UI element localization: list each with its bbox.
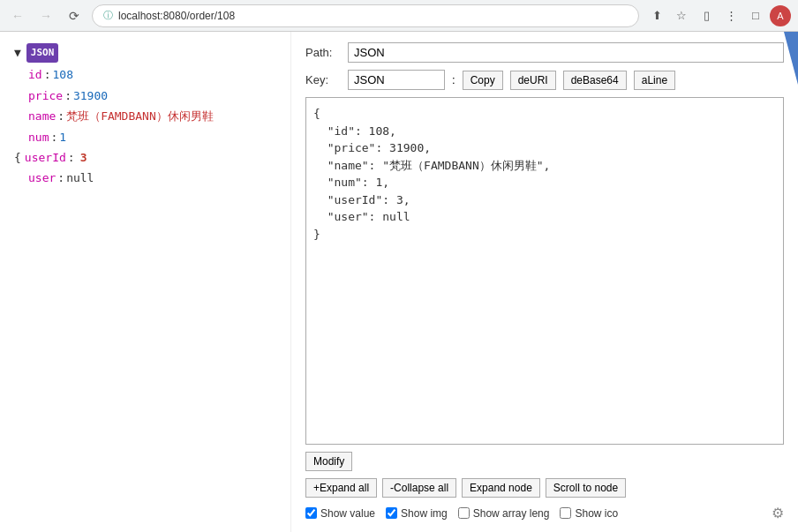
menu-icon[interactable]: ⋮ (720, 5, 742, 26)
path-label: Path: (305, 46, 341, 59)
deuri-button[interactable]: deURI (510, 71, 556, 90)
tree-value-userid: 3 (80, 147, 87, 168)
show-array-leng-label: Show array leng (473, 507, 550, 520)
path-input[interactable] (348, 42, 784, 63)
json-textarea[interactable] (305, 97, 784, 445)
tree-value-user: null (66, 168, 94, 188)
tree-row: price : 31900 (14, 86, 276, 106)
modify-button[interactable]: Modify (305, 452, 352, 471)
copy-button[interactable]: Copy (463, 71, 503, 90)
url-text: localhost:8080/order/108 (118, 10, 235, 22)
browser-chrome: ← → ⟳ ⓘ localhost:8080/order/108 ⬆ ☆ ▯ ⋮… (0, 0, 798, 32)
show-value-checkbox-item[interactable]: Show value (305, 507, 375, 520)
tree-value-id: 108 (52, 64, 72, 85)
expand-all-button[interactable]: +Expand all (305, 478, 377, 498)
bottom-controls: +Expand all -Collapse all Expand node Sc… (305, 478, 784, 521)
tree-root-toggle[interactable]: ▼ (14, 42, 21, 63)
tree-row: name : 梵班（FAMDBANN）休闲男鞋 (14, 106, 276, 126)
corner-decoration (784, 32, 798, 85)
show-ico-checkbox[interactable] (560, 507, 571, 519)
show-ico-label: Show ico (575, 507, 618, 520)
tree-row: id : 108 (14, 64, 276, 85)
tree-key-userid: userId (25, 147, 66, 168)
tree-key-user: user (28, 168, 56, 188)
show-ico-checkbox-item[interactable]: Show ico (560, 507, 618, 520)
modify-row: Modify (305, 452, 784, 471)
show-array-leng-checkbox[interactable] (458, 507, 470, 519)
tree-key-name: name (28, 106, 56, 126)
tree-value-name: 梵班（FAMDBANN）休闲男鞋 (66, 106, 214, 126)
bookmark-icon[interactable]: ☆ (671, 5, 692, 26)
tree-value-price: 31900 (73, 86, 108, 106)
address-bar[interactable]: ⓘ localhost:8080/order/108 (92, 4, 639, 27)
key-input[interactable] (348, 70, 445, 90)
browser-toolbar: ⬆ ☆ ▯ ⋮ □ A (646, 5, 791, 26)
tree-key-price: price (28, 86, 63, 106)
tree-key-id: id (28, 64, 42, 85)
expand-row: +Expand all -Collapse all Expand node Sc… (305, 478, 784, 498)
show-value-checkbox[interactable] (305, 507, 317, 519)
forward-button[interactable]: → (35, 5, 56, 26)
share-icon[interactable]: ⬆ (646, 5, 667, 26)
checkbox-row: Show value Show img Show array leng Show… (305, 505, 784, 521)
expand-node-button[interactable]: Expand node (462, 478, 540, 498)
path-row: Path: (305, 42, 784, 63)
collapse-all-button[interactable]: -Collapse all (382, 478, 456, 498)
main-content: ▼ JSON id : 108 price : 31900 name : 梵班（… (0, 32, 798, 532)
json-badge[interactable]: JSON (26, 43, 59, 63)
key-label: Key: (305, 73, 341, 86)
show-img-checkbox-item[interactable]: Show img (386, 507, 448, 520)
show-array-leng-checkbox-item[interactable]: Show array leng (458, 507, 550, 520)
scroll-to-node-button[interactable]: Scroll to node (546, 478, 626, 498)
tree-brace-open: { (14, 147, 21, 168)
key-row: Key: : Copy deURI deBase64 aLine (305, 70, 784, 90)
gear-icon[interactable]: ⚙ (772, 505, 784, 521)
show-value-label: Show value (320, 507, 375, 520)
show-img-checkbox[interactable] (386, 507, 397, 519)
lock-icon: ⓘ (103, 9, 113, 22)
avatar[interactable]: A (770, 5, 791, 26)
debase64-button[interactable]: deBase64 (563, 71, 627, 90)
show-img-label: Show img (401, 507, 448, 520)
tree-value-num: 1 (59, 127, 66, 147)
extension-icon[interactable]: ▯ (696, 5, 717, 26)
tree-row-userid: { userId : 3 (14, 147, 276, 168)
aline-button[interactable]: aLine (634, 71, 675, 90)
right-panel: Path: Key: : Copy deURI deBase64 aLine M… (291, 32, 798, 532)
tree-row: user : null (14, 168, 276, 188)
key-colon: : (452, 73, 455, 86)
window-icon[interactable]: □ (745, 5, 766, 26)
json-tree-panel: ▼ JSON id : 108 price : 31900 name : 梵班（… (0, 32, 291, 532)
back-button[interactable]: ← (7, 5, 28, 26)
tree-row: num : 1 (14, 127, 276, 147)
reload-button[interactable]: ⟳ (64, 5, 85, 26)
tree-key-num: num (28, 127, 49, 147)
